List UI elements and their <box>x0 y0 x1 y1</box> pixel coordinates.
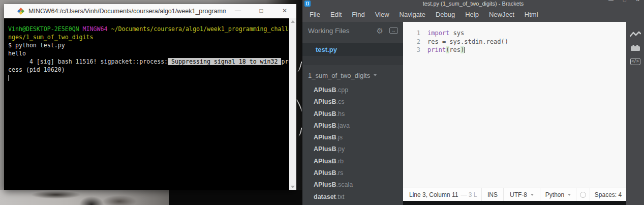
wallpaper-dark-fragment <box>169 190 302 205</box>
terminal-cursor <box>8 75 9 81</box>
indent-setting[interactable]: Spaces: 4 <box>590 188 626 201</box>
menu-navigate[interactable]: Navigate <box>394 11 431 18</box>
terminal-line: nges/1_sum_of_two_digits <box>8 33 289 41</box>
desktop: MINGW64:/c/Users/Vinh/Documents/coursera… <box>0 0 644 205</box>
editor-gutter: 123 <box>403 22 427 188</box>
file-tree-item[interactable]: dataset.txt <box>302 191 403 203</box>
line-count-text: — 3 L <box>461 191 477 198</box>
menu-html[interactable]: Html <box>519 11 543 18</box>
file-tree-item[interactable]: APlusB.cs <box>302 96 403 108</box>
working-files-header: Working Files ⚙ ↔ <box>302 22 403 39</box>
terminal-content[interactable]: Vinh@DESKTOP-2E5E0QN MINGW64 ~/Documents… <box>4 18 296 190</box>
project-name: 1_sum_of_two_digits <box>308 72 370 79</box>
mingw-icon <box>17 8 24 15</box>
close-icon[interactable]: ✕ <box>636 0 640 3</box>
file-tree-item[interactable]: APlusB.rs <box>302 167 403 179</box>
editor-pane: 123 import sysres = sys.stdin.read()prin… <box>403 22 626 205</box>
status-bar: Line 3, Column 11 — 3 L INS UTF-8 Python <box>403 188 626 201</box>
terminal-text: Vinh@DESKTOP-2E5E0QN MINGW64 ~/Documents… <box>4 18 289 190</box>
live-preview-icon[interactable] <box>630 31 641 38</box>
file-tree-item[interactable]: APlusB.rb <box>302 156 403 167</box>
line-number: 2 <box>403 38 427 46</box>
file-tree-item[interactable]: APlusB.hs <box>302 108 403 120</box>
encoding-selector[interactable]: UTF-8 <box>503 188 540 201</box>
line-number: 3 <box>403 46 427 54</box>
working-files-label: Working Files <box>308 27 377 35</box>
menu-file[interactable]: File <box>304 11 325 18</box>
insert-mode-indicator[interactable]: INS <box>481 188 503 201</box>
menu-help[interactable]: Help <box>460 11 484 18</box>
lint-status[interactable] <box>576 188 590 201</box>
file-tree-item[interactable]: APlusB.cpp <box>302 84 403 96</box>
cursor-position: Line 3, Column 11 — 3 L <box>403 188 481 201</box>
terminal-line: cess (pid 10620) <box>8 66 289 74</box>
minimize-icon[interactable]: — <box>226 4 250 18</box>
file-tree-item[interactable]: APlusB.java <box>302 120 403 132</box>
working-files-footer <box>302 56 403 65</box>
cursor-position-text: Line 3, Column 11 <box>409 191 458 198</box>
code-snippet-icon[interactable]: </> <box>630 58 640 65</box>
brackets-icon <box>304 1 311 7</box>
brackets-window: test.py (1_sum_of_two_digits) - Brackets… <box>302 0 644 205</box>
menu-find[interactable]: Find <box>347 11 370 18</box>
project-dropdown[interactable]: 1_sum_of_two_digits <box>302 69 403 81</box>
terminal-window: MINGW64:/c/Users/Vinh/Documents/coursera… <box>4 4 296 190</box>
language-selector[interactable]: Python <box>540 188 576 201</box>
maximize-icon[interactable]: □ <box>623 0 626 3</box>
code-line[interactable]: import sys <box>427 29 508 38</box>
terminal-line <box>8 74 289 82</box>
file-tree: APlusB.cppAPlusB.csAPlusB.hsAPlusB.javaA… <box>302 84 403 203</box>
maximize-icon[interactable]: □ <box>250 4 273 18</box>
scroll-down-icon[interactable] <box>291 186 295 188</box>
file-tree-item[interactable]: APlusB.scala <box>302 179 403 191</box>
code-line[interactable]: res = sys.stdin.read() <box>427 38 508 46</box>
extension-toolbar: </> <box>626 22 644 205</box>
chevron-down-icon <box>568 194 571 196</box>
brackets-titlebar: test.py (1_sum_of_two_digits) - Brackets… <box>302 0 644 7</box>
brackets-window-title: test.py (1_sum_of_two_digits) - Brackets <box>302 0 644 7</box>
menu-debug[interactable]: Debug <box>431 11 460 18</box>
wallpaper-photo-fragment <box>0 190 169 205</box>
terminal-line: Vinh@DESKTOP-2E5E0QN MINGW64 ~/Documents… <box>8 25 289 33</box>
terminal-titlebar: MINGW64:/c/Users/Vinh/Documents/coursera… <box>4 4 296 18</box>
terminal-line: 4 [sig] bash 11516! sigpacket::process: … <box>8 57 289 66</box>
text-caret <box>464 47 465 53</box>
code-area[interactable]: 123 import sysres = sys.stdin.read()prin… <box>403 22 626 188</box>
window-controls: — □ ✕ <box>600 0 640 3</box>
working-files-list: test.py <box>302 43 403 56</box>
terminal-title: MINGW64:/c/Users/Vinh/Documents/coursera… <box>28 8 226 15</box>
window-bottom-edge <box>403 201 626 205</box>
minimize-icon[interactable]: — <box>608 0 614 3</box>
terminal-scrollbar[interactable] <box>289 18 296 190</box>
gear-icon[interactable]: ⚙ <box>377 27 383 35</box>
split-view-icon[interactable]: ↔ <box>389 27 398 34</box>
lint-status-icon <box>580 192 586 198</box>
code-line[interactable]: print(res) <box>427 46 508 54</box>
working-file-item[interactable]: test.py <box>302 43 403 56</box>
terminal-line: $ python test.py <box>8 41 289 49</box>
chevron-down-icon <box>374 74 377 76</box>
menu-bar: FileEditFindViewNavigateDebugHelpNewJect… <box>302 7 644 22</box>
chevron-down-icon <box>531 194 534 196</box>
editor-code: import sysres = sys.stdin.read()print(re… <box>427 22 508 188</box>
line-number: 1 <box>403 29 427 38</box>
file-tree-item[interactable]: APlusB.js <box>302 132 403 143</box>
menu-edit[interactable]: Edit <box>325 11 347 18</box>
extension-manager-icon[interactable] <box>630 44 640 51</box>
menu-newject[interactable]: NewJect <box>484 11 519 18</box>
close-icon[interactable]: ✕ <box>273 4 296 18</box>
file-tree-item[interactable]: APlusB.py <box>302 143 403 155</box>
terminal-line: hello <box>8 49 289 57</box>
menu-view[interactable]: View <box>370 11 394 18</box>
project-sidebar: Working Files ⚙ ↔ test.py 1_sum_of_two_d… <box>302 22 403 205</box>
scroll-up-icon[interactable] <box>291 20 295 23</box>
